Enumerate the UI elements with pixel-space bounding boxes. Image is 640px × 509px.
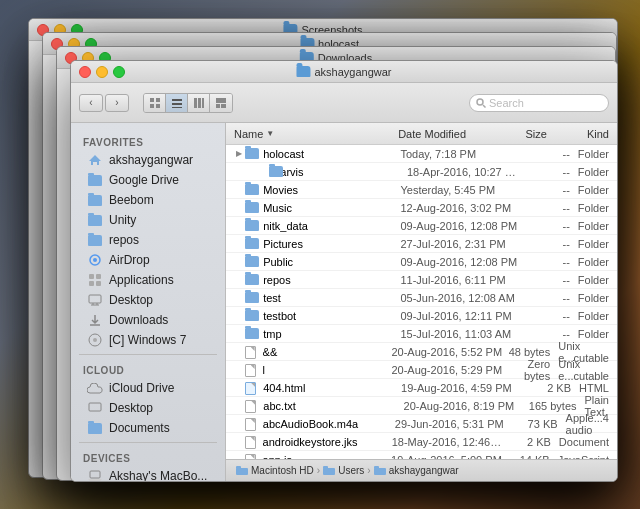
icloud-header: iCloud [71,359,225,378]
file-row[interactable]: testbot 09-Jul-2016, 12:11 PM -- Folder [226,307,617,325]
file-size: -- [519,310,578,322]
file-kind: Folder [578,292,609,304]
maximize-button-main[interactable] [113,66,125,78]
file-modified: 20-Aug-2016, 5:29 PM [391,364,502,376]
file-row[interactable]: 404.html 19-Aug-2016, 4:59 PM 2 KB HTML [226,379,617,397]
back-button[interactable]: ‹ [79,94,103,112]
svg-rect-11 [216,104,220,108]
file-icon [245,202,259,213]
sidebar-item-airdrop[interactable]: AirDrop [75,250,221,270]
svg-rect-2 [150,104,154,108]
file-row[interactable]: Movies Yesterday, 5:45 PM -- Folder [226,181,617,199]
desktop-icon [87,292,103,308]
sidebar-item-icloud-drive[interactable]: iCloud Drive [75,378,221,398]
file-size: 2 KB [503,436,559,448]
file-row[interactable]: nitk_data 09-Aug-2016, 12:08 PM -- Folde… [226,217,617,235]
file-row[interactable]: repos 11-Jul-2016, 6:11 PM -- Folder [226,271,617,289]
favorites-header: Favorites [71,131,225,150]
svg-rect-35 [236,466,241,469]
svg-rect-7 [194,98,197,108]
cover-flow-button[interactable] [210,94,232,112]
search-box[interactable]: Search [469,94,609,112]
file-kind: Folder [578,148,609,160]
titlebar-main: akshaygangwar [71,61,617,83]
file-row[interactable]: Pictures 27-Jul-2016, 2:31 PM -- Folder [226,235,617,253]
file-row[interactable]: androidkeystore.jks 18-May-2016, 12:46 P… [226,433,617,451]
search-icon [476,98,486,108]
file-icon [245,148,259,159]
sidebar-item-unity[interactable]: Unity [75,210,221,230]
sidebar-item-beebom[interactable]: Beebom [75,190,221,210]
sidebar-item-macbook[interactable]: Akshay's MacBo... [75,466,221,481]
sidebar-item-applications[interactable]: Applications [75,270,221,290]
expand-arrow[interactable]: ▶ [234,148,243,160]
file-modified: 18-May-2016, 12:46 PM [392,436,503,448]
folder-icon-beebom [87,192,103,208]
file-kind: Folder [578,310,609,322]
expand-arrow [234,238,243,250]
icon-view-button[interactable] [144,94,166,112]
breadcrumb-item[interactable]: Users [323,465,364,476]
column-view-button[interactable] [188,94,210,112]
svg-rect-4 [172,99,182,101]
file-modified: 11-Jul-2016, 6:11 PM [400,274,518,286]
documents-icon [87,420,103,436]
file-size: -- [519,238,578,250]
file-name: Music [263,202,400,214]
file-row[interactable]: test 05-Jun-2016, 12:08 AM -- Folder [226,289,617,307]
file-row[interactable]: ▶ holocast Today, 7:18 PM -- Folder [226,145,617,163]
sidebar-item-akshaygangwar[interactable]: akshaygangwar [75,150,221,170]
file-modified: Today, 7:18 PM [400,148,518,160]
file-row[interactable]: Music 12-Aug-2016, 3:02 PM -- Folder [226,199,617,217]
file-row[interactable]: l 20-Aug-2016, 5:29 PM Zero bytes Unix e… [226,361,617,379]
list-view-button[interactable] [166,94,188,112]
kind-column-header[interactable]: Kind [587,128,609,140]
sidebar-item-windows7[interactable]: [C] Windows 7 [75,330,221,350]
file-modified: 19-Aug-2016, 4:59 PM [401,382,520,394]
expand-arrow [234,274,243,286]
sidebar-item-downloads[interactable]: Downloads [75,310,221,330]
svg-rect-17 [89,274,94,279]
close-button-main[interactable] [79,66,91,78]
sidebar-item-google-drive[interactable]: Google Drive [75,170,221,190]
file-row[interactable]: abcAudioBook.m4a 29-Jun-2016, 5:31 PM 73… [226,415,617,433]
file-list[interactable]: ▶ holocast Today, 7:18 PM -- Folder Jarv… [226,145,617,459]
svg-rect-39 [374,466,379,469]
breadcrumb-item[interactable]: Macintosh HD [236,465,314,476]
svg-rect-18 [96,274,101,279]
sidebar-item-label: repos [109,233,139,247]
file-modified: 09-Aug-2016, 12:08 PM [400,256,518,268]
minimize-button-main[interactable] [96,66,108,78]
nav-buttons: ‹ › [79,94,129,112]
file-size: 2 KB [520,382,579,394]
svg-rect-20 [96,281,101,286]
sidebar-item-desktop-icloud[interactable]: Desktop [75,398,221,418]
forward-button[interactable]: › [105,94,129,112]
file-name: l [263,364,392,376]
file-kind: Document [559,436,609,448]
file-row[interactable]: app.js 19-Aug-2016, 5:00 PM 14 KB JavaSc… [226,451,617,459]
sidebar-item-label: Documents [109,421,170,435]
sidebar-item-desktop[interactable]: Desktop [75,290,221,310]
file-row[interactable]: abc.txt 20-Aug-2016, 8:19 PM 165 bytes P… [226,397,617,415]
folder-icon-sidebar [87,172,103,188]
file-icon [245,274,259,285]
svg-rect-28 [89,403,101,411]
file-modified: 09-Jul-2016, 12:11 PM [400,310,518,322]
file-row[interactable]: Jarvis 18-Apr-2016, 10:27 PM -- Folder [226,163,617,181]
sidebar-item-repos[interactable]: repos [75,230,221,250]
traffic-lights-main [79,66,125,78]
applications-icon [87,272,103,288]
size-column-header[interactable]: Size [525,128,587,140]
sidebar: Favorites akshaygangwar Google Drive Bee… [71,123,226,481]
file-name: abc.txt [263,400,403,412]
file-row[interactable]: Public 09-Aug-2016, 12:08 PM -- Folder [226,253,617,271]
name-column-header[interactable]: Name ▼ [234,128,398,140]
sidebar-item-label: Desktop [109,293,153,307]
modified-column-header[interactable]: Date Modified [398,128,525,140]
file-modified: Yesterday, 5:45 PM [400,184,518,196]
breadcrumb-item[interactable]: akshaygangwar [374,465,459,476]
sidebar-item-documents[interactable]: Documents [75,418,221,438]
expand-arrow [234,346,243,358]
file-kind: Folder [578,202,609,214]
